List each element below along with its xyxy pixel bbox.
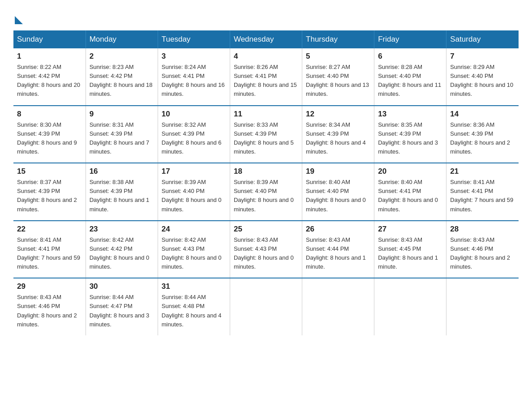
calendar-cell: 4 Sunrise: 8:26 AMSunset: 4:41 PMDayligh…: [230, 48, 302, 106]
day-number: 3: [162, 52, 226, 61]
day-info: Sunrise: 8:36 AMSunset: 4:39 PMDaylight:…: [450, 121, 510, 155]
day-info: Sunrise: 8:41 AMSunset: 4:41 PMDaylight:…: [17, 236, 80, 270]
day-info: Sunrise: 8:43 AMSunset: 4:45 PMDaylight:…: [378, 236, 438, 270]
calendar-week-row: 1 Sunrise: 8:22 AMSunset: 4:42 PMDayligh…: [13, 48, 519, 106]
day-info: Sunrise: 8:27 AMSunset: 4:40 PMDaylight:…: [306, 64, 369, 97]
calendar-cell: 20 Sunrise: 8:40 AMSunset: 4:41 PMDaylig…: [374, 163, 446, 221]
day-info: Sunrise: 8:39 AMSunset: 4:40 PMDaylight:…: [234, 179, 294, 212]
logo: [13, 13, 23, 22]
calendar-cell: 9 Sunrise: 8:31 AMSunset: 4:39 PMDayligh…: [86, 106, 158, 163]
day-number: 28: [450, 225, 515, 234]
calendar-cell: 24 Sunrise: 8:42 AMSunset: 4:43 PMDaylig…: [158, 221, 230, 278]
day-info: Sunrise: 8:43 AMSunset: 4:46 PMDaylight:…: [450, 236, 510, 270]
day-info: Sunrise: 8:44 AMSunset: 4:47 PMDaylight:…: [90, 294, 150, 327]
day-info: Sunrise: 8:31 AMSunset: 4:39 PMDaylight:…: [90, 121, 150, 155]
day-number: 27: [378, 225, 442, 234]
logo-arrow-icon: [15, 16, 23, 24]
day-info: Sunrise: 8:33 AMSunset: 4:39 PMDaylight:…: [234, 121, 294, 155]
day-info: Sunrise: 8:41 AMSunset: 4:41 PMDaylight:…: [450, 179, 513, 212]
calendar-cell: 31 Sunrise: 8:44 AMSunset: 4:48 PMDaylig…: [158, 278, 230, 335]
calendar-cell: 23 Sunrise: 8:42 AMSunset: 4:42 PMDaylig…: [86, 221, 158, 278]
calendar-cell: 1 Sunrise: 8:22 AMSunset: 4:42 PMDayligh…: [13, 48, 86, 106]
day-info: Sunrise: 8:43 AMSunset: 4:43 PMDaylight:…: [234, 236, 294, 270]
header-sunday: Sunday: [13, 30, 86, 48]
day-number: 2: [90, 52, 154, 61]
calendar-cell: 11 Sunrise: 8:33 AMSunset: 4:39 PMDaylig…: [230, 106, 302, 163]
calendar-cell: 5 Sunrise: 8:27 AMSunset: 4:40 PMDayligh…: [302, 48, 374, 106]
day-number: 13: [378, 110, 442, 119]
day-info: Sunrise: 8:35 AMSunset: 4:39 PMDaylight:…: [378, 121, 438, 155]
day-info: Sunrise: 8:43 AMSunset: 4:44 PMDaylight:…: [306, 236, 366, 270]
day-number: 5: [306, 52, 370, 61]
day-number: 23: [90, 225, 154, 234]
day-number: 4: [234, 52, 298, 61]
calendar-cell: 26 Sunrise: 8:43 AMSunset: 4:44 PMDaylig…: [302, 221, 374, 278]
day-number: 24: [162, 225, 226, 234]
day-info: Sunrise: 8:28 AMSunset: 4:40 PMDaylight:…: [378, 64, 441, 97]
day-info: Sunrise: 8:39 AMSunset: 4:40 PMDaylight:…: [162, 179, 222, 212]
calendar-cell: [374, 278, 446, 335]
day-number: 9: [90, 110, 154, 119]
day-number: 22: [17, 225, 82, 234]
calendar-cell: 18 Sunrise: 8:39 AMSunset: 4:40 PMDaylig…: [230, 163, 302, 221]
day-number: 15: [17, 167, 82, 176]
day-info: Sunrise: 8:26 AMSunset: 4:41 PMDaylight:…: [234, 64, 297, 97]
header-friday: Friday: [374, 30, 446, 48]
calendar-header-row: SundayMondayTuesdayWednesdayThursdayFrid…: [13, 30, 519, 48]
calendar-cell: 27 Sunrise: 8:43 AMSunset: 4:45 PMDaylig…: [374, 221, 446, 278]
header-wednesday: Wednesday: [230, 30, 302, 48]
day-info: Sunrise: 8:40 AMSunset: 4:41 PMDaylight:…: [378, 179, 438, 212]
day-number: 29: [17, 282, 82, 291]
day-number: 12: [306, 110, 370, 119]
day-info: Sunrise: 8:34 AMSunset: 4:39 PMDaylight:…: [306, 121, 366, 155]
calendar-cell: 25 Sunrise: 8:43 AMSunset: 4:43 PMDaylig…: [230, 221, 302, 278]
calendar-cell: 10 Sunrise: 8:32 AMSunset: 4:39 PMDaylig…: [158, 106, 230, 163]
day-info: Sunrise: 8:42 AMSunset: 4:42 PMDaylight:…: [90, 236, 150, 270]
day-number: 30: [90, 282, 154, 291]
day-number: 11: [234, 110, 298, 119]
day-number: 14: [450, 110, 515, 119]
day-number: 16: [90, 167, 154, 176]
day-number: 8: [17, 110, 82, 119]
calendar-cell: 17 Sunrise: 8:39 AMSunset: 4:40 PMDaylig…: [158, 163, 230, 221]
day-info: Sunrise: 8:38 AMSunset: 4:39 PMDaylight:…: [90, 179, 150, 212]
header-tuesday: Tuesday: [158, 30, 230, 48]
day-info: Sunrise: 8:24 AMSunset: 4:41 PMDaylight:…: [162, 64, 225, 97]
day-info: Sunrise: 8:37 AMSunset: 4:39 PMDaylight:…: [17, 179, 77, 212]
day-info: Sunrise: 8:30 AMSunset: 4:39 PMDaylight:…: [17, 121, 77, 155]
calendar-cell: 12 Sunrise: 8:34 AMSunset: 4:39 PMDaylig…: [302, 106, 374, 163]
header-monday: Monday: [86, 30, 158, 48]
calendar-cell: 2 Sunrise: 8:23 AMSunset: 4:42 PMDayligh…: [86, 48, 158, 106]
day-number: 1: [17, 52, 82, 61]
day-number: 10: [162, 110, 226, 119]
calendar-table: SundayMondayTuesdayWednesdayThursdayFrid…: [13, 30, 519, 335]
calendar-cell: 14 Sunrise: 8:36 AMSunset: 4:39 PMDaylig…: [446, 106, 519, 163]
day-number: 26: [306, 225, 370, 234]
calendar-cell: 8 Sunrise: 8:30 AMSunset: 4:39 PMDayligh…: [13, 106, 86, 163]
calendar-cell: 29 Sunrise: 8:43 AMSunset: 4:46 PMDaylig…: [13, 278, 86, 335]
calendar-cell: 28 Sunrise: 8:43 AMSunset: 4:46 PMDaylig…: [446, 221, 519, 278]
calendar-cell: 22 Sunrise: 8:41 AMSunset: 4:41 PMDaylig…: [13, 221, 86, 278]
day-number: 7: [450, 52, 515, 61]
calendar-cell: 30 Sunrise: 8:44 AMSunset: 4:47 PMDaylig…: [86, 278, 158, 335]
calendar-week-row: 15 Sunrise: 8:37 AMSunset: 4:39 PMDaylig…: [13, 163, 519, 221]
day-number: 20: [378, 167, 442, 176]
day-number: 31: [162, 282, 226, 291]
calendar-week-row: 8 Sunrise: 8:30 AMSunset: 4:39 PMDayligh…: [13, 106, 519, 163]
day-info: Sunrise: 8:29 AMSunset: 4:40 PMDaylight:…: [450, 64, 513, 97]
calendar-cell: 19 Sunrise: 8:40 AMSunset: 4:40 PMDaylig…: [302, 163, 374, 221]
day-number: 17: [162, 167, 226, 176]
calendar-cell: 21 Sunrise: 8:41 AMSunset: 4:41 PMDaylig…: [446, 163, 519, 221]
calendar-cell: [230, 278, 302, 335]
calendar-cell: 7 Sunrise: 8:29 AMSunset: 4:40 PMDayligh…: [446, 48, 519, 106]
calendar-cell: [302, 278, 374, 335]
calendar-cell: 13 Sunrise: 8:35 AMSunset: 4:39 PMDaylig…: [374, 106, 446, 163]
day-info: Sunrise: 8:40 AMSunset: 4:40 PMDaylight:…: [306, 179, 366, 212]
day-info: Sunrise: 8:32 AMSunset: 4:39 PMDaylight:…: [162, 121, 222, 155]
day-info: Sunrise: 8:43 AMSunset: 4:46 PMDaylight:…: [17, 294, 77, 327]
day-info: Sunrise: 8:44 AMSunset: 4:48 PMDaylight:…: [162, 294, 222, 327]
day-number: 19: [306, 167, 370, 176]
day-info: Sunrise: 8:23 AMSunset: 4:42 PMDaylight:…: [90, 64, 153, 97]
header-saturday: Saturday: [446, 30, 519, 48]
page-header: [9, 9, 523, 22]
